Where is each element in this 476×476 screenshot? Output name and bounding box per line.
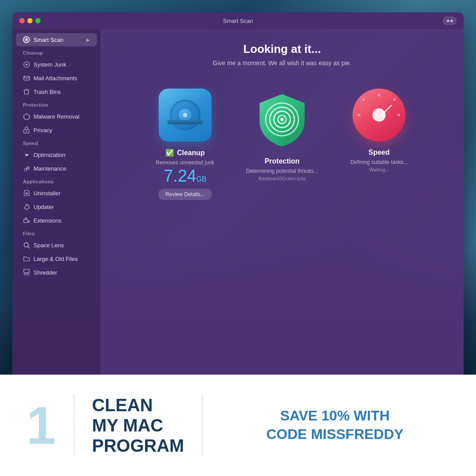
cleanup-sublabel: Removes unneeded junk [156,160,215,166]
optimization-label: Optimization [33,152,65,158]
svg-line-26 [379,105,391,117]
large-old-files-icon [23,255,30,262]
cleanup-size: 7.24GB [164,167,206,184]
sidebar-item-maintenance[interactable]: Maintenance [16,162,97,175]
speed-note: Waiting... [369,167,389,172]
malware-removal-icon [23,113,30,120]
speed-sublabel: Defining suitable tasks... [350,159,408,165]
svg-rect-12 [24,219,28,223]
content-area: Smart Scan ▶ Cleanup System Junk [12,29,464,388]
sidebar-item-privacy[interactable]: Privacy [16,123,97,137]
disk-outer [170,100,201,130]
section-files: Files [12,227,100,238]
review-details-button[interactable]: Review Details... [158,189,212,200]
svg-point-9 [24,168,27,171]
maintenance-label: Maintenance [33,165,66,172]
promo-area: 1 CLEAN MY MAC PROGRAM SAVE 10% WITHCODE… [0,375,476,476]
speed-card: Speed Defining suitable tasks... Waiting… [335,89,423,174]
space-lens-icon [23,242,30,249]
cards-row: ✅ Cleanup Removes unneeded junk 7.24GB R… [118,89,446,200]
cleanup-check-icon: ✅ [165,149,174,157]
promo-divider-2 [202,394,203,456]
sidebar-item-trash-bins[interactable]: Trash Bins [16,85,97,98]
protection-label: Protection [264,157,299,165]
promo-divider [74,394,74,456]
scan-title: Looking at it... [243,42,321,56]
promo-code: SAVE 10% WITHCODE MISSFREDDY [220,407,450,443]
trash-bins-icon [23,88,30,95]
maintenance-icon [23,165,30,172]
updater-icon [23,203,30,210]
uninstaller-label: Uninstaller [33,190,60,197]
system-junk-label: System Junk [33,61,66,68]
sidebar-item-space-lens[interactable]: Space Lens [16,238,97,252]
sidebar-item-extensions[interactable]: Extensions [16,214,97,227]
cleanup-label: ✅ Cleanup [165,149,205,157]
svg-point-22 [393,98,396,101]
speed-icon [353,89,405,141]
cleanup-icon [159,89,212,141]
sidebar-item-malware-removal[interactable]: Malware Removal [16,110,97,123]
disk-inner [179,109,191,121]
titlebar: Smart Scan [12,12,464,29]
protection-card: Protection Determining potential threats… [238,89,326,183]
sidebar-item-mail-attachments[interactable]: Mail Attachments [16,71,97,85]
privacy-label: Privacy [33,127,52,134]
speed-label: Speed [368,149,390,156]
smart-scan-label: Smart Scan [33,37,63,43]
mail-attachments-icon [23,74,30,82]
sidebar-item-large-old-files[interactable]: Large & Old Files [16,252,97,265]
gauge-svg [353,89,405,141]
minimize-button[interactable] [27,18,33,23]
dot1 [447,20,449,22]
svg-line-17 [26,273,26,275]
svg-rect-15 [24,269,29,273]
svg-point-25 [358,114,361,116]
shredder-label: Shredder [33,269,57,276]
app-window: Smart Scan Smart Scan ▶ Cleanup [12,12,464,388]
dot2 [450,20,453,22]
protection-sublabel: Determining potential threats... [246,168,318,174]
extensions-icon [23,217,30,224]
menu-dots[interactable] [443,16,457,25]
maximize-button[interactable] [35,18,41,23]
malware-removal-label: Malware Removal [33,113,79,120]
close-button[interactable] [19,18,25,23]
sidebar-item-smart-scan[interactable]: Smart Scan ▶ [16,33,97,46]
promo-number: 1 [26,399,56,452]
trash-bins-label: Trash Bins [33,89,61,95]
disk-base [167,120,203,124]
promo-title: CLEAN MY MAC PROGRAM [92,395,184,456]
sidebar-item-shredder[interactable]: Shredder [16,266,97,279]
cleanup-unit: GB [196,175,206,183]
main-panel: Looking at it... Give me a moment. We al… [100,29,464,388]
section-cleanup: Cleanup [12,47,100,57]
sidebar: Smart Scan ▶ Cleanup System Junk [12,29,100,388]
smart-scan-arrow: ▶ [86,37,90,42]
section-applications: Applications [12,175,100,186]
space-lens-label: Space Lens [33,242,64,249]
sidebar-item-optimization[interactable]: Optimization [16,148,97,161]
svg-point-21 [378,94,380,97]
svg-line-19 [29,273,29,275]
svg-point-24 [362,98,365,101]
cleanup-card: ✅ Cleanup Removes unneeded junk 7.24GB R… [141,89,229,200]
sidebar-item-system-junk[interactable]: System Junk [16,58,97,71]
system-junk-icon [23,61,30,68]
smart-scan-icon [23,36,30,43]
svg-point-20 [280,118,283,121]
optimization-icon [23,151,30,158]
window-title: Smart Scan [223,18,253,24]
section-speed: Speed [12,137,100,148]
shield-svg [253,91,311,148]
svg-line-14 [28,246,30,248]
sidebar-item-uninstaller[interactable]: Uninstaller [16,186,97,200]
svg-point-23 [398,114,400,116]
shredder-icon [23,269,30,276]
scan-subtitle: Give me a moment. We all wish it was eas… [213,60,352,67]
updater-label: Updater [33,204,54,210]
traffic-lights [19,18,41,23]
protection-icon [251,89,313,150]
sidebar-item-updater[interactable]: Updater [16,200,97,213]
section-protection: Protection [12,99,100,109]
